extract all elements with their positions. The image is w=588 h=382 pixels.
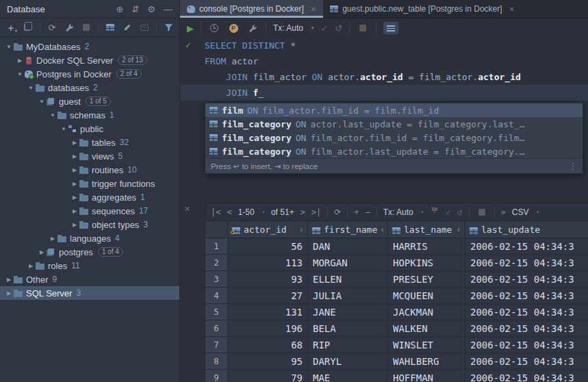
row-number[interactable]: 7 <box>205 337 228 353</box>
expanded-arrow-icon[interactable]: ▼ <box>48 112 57 118</box>
tree-item-views[interactable]: ▶views5 <box>0 149 179 163</box>
expanded-arrow-icon[interactable]: ▼ <box>59 126 68 132</box>
cell[interactable]: WINSLET <box>388 337 465 353</box>
cell[interactable]: 2006-02-15 04:34:3 <box>465 238 588 254</box>
corner-cell[interactable] <box>205 221 228 238</box>
stop-icon[interactable] <box>476 206 488 218</box>
cell[interactable]: MAE <box>308 370 388 382</box>
cell[interactable]: RIP <box>308 337 388 353</box>
row-number[interactable]: 3 <box>205 271 228 287</box>
cell[interactable]: HOFFMAN <box>388 370 465 382</box>
edit-icon[interactable] <box>122 21 133 34</box>
cell[interactable]: 95 <box>228 353 308 369</box>
tree-item-languages[interactable]: ▶languages4 <box>0 231 179 245</box>
collapsed-arrow-icon[interactable]: ▶ <box>70 153 79 160</box>
gear-icon[interactable]: ⚙ <box>147 4 155 14</box>
collapsed-arrow-icon[interactable]: ▶ <box>70 208 79 214</box>
add-data-source-icon[interactable]: + <box>5 21 16 34</box>
cell[interactable]: 27 <box>228 288 308 303</box>
tree-item-tables[interactable]: ▶tables32 <box>0 136 179 149</box>
expanded-arrow-icon[interactable]: ▼ <box>26 85 36 91</box>
more-toolbar-icon[interactable]: » <box>501 207 506 217</box>
tree-item-aggregates[interactable]: ▶aggregates1 <box>0 190 179 204</box>
row-number[interactable]: 9 <box>205 370 228 382</box>
submit-db-icon[interactable]: DB^ <box>430 207 439 217</box>
cell[interactable]: 2006-02-15 04:34:3 <box>465 337 588 353</box>
next-page-icon[interactable]: > <box>301 207 305 217</box>
tab-new-table[interactable]: guest.public.new_table [Postgres in Dock… <box>323 0 522 18</box>
collapsed-arrow-icon[interactable]: ▶ <box>15 58 25 64</box>
row-number[interactable]: 8 <box>205 353 228 369</box>
cell[interactable]: JACKMAN <box>388 304 465 320</box>
rollback-icon[interactable]: ↺ <box>457 207 463 217</box>
reload-page-icon[interactable]: ⟳ <box>334 207 341 217</box>
run-icon[interactable]: ▶ <box>187 23 194 34</box>
close-results-icon[interactable]: ✕ <box>184 205 190 214</box>
tx-mode-select[interactable]: Tx: Auto <box>383 207 413 217</box>
column-header-last_name[interactable]: last_name↕ <box>388 221 465 238</box>
completion-item[interactable]: filmONfilm_actor.film_id = film.film_id <box>205 103 583 117</box>
close-icon[interactable]: ✕ <box>311 5 316 13</box>
cell[interactable]: 2006-02-15 04:34:3 <box>465 304 588 320</box>
cell[interactable]: JULIA <box>308 288 388 303</box>
expanded-arrow-icon[interactable]: ▼ <box>15 71 25 77</box>
console-icon[interactable] <box>139 21 150 34</box>
collapsed-arrow-icon[interactable]: ▶ <box>37 249 47 255</box>
collapsed-arrow-icon[interactable]: ▶ <box>26 263 36 269</box>
tree-item-other[interactable]: ▶Other9 <box>0 272 179 286</box>
cell[interactable]: 79 <box>228 370 308 382</box>
cell[interactable]: 2006-02-15 04:34:3 <box>465 370 588 382</box>
tree-item-postgres[interactable]: ▶postgres1 of 4 <box>0 245 179 259</box>
cell[interactable]: BELA <box>308 320 388 336</box>
session-icon[interactable]: P <box>227 22 240 34</box>
tree-item-databases[interactable]: ▼databases2 <box>0 81 179 94</box>
cell[interactable]: 2006-02-15 04:34:3 <box>465 255 588 270</box>
code-line[interactable]: JOIN film_actor ON actor.actor_id = film… <box>180 69 588 85</box>
chevron-down-icon[interactable]: ▾ <box>536 209 539 215</box>
code-line[interactable]: SELECT DISTINCT * <box>180 38 588 53</box>
tree-item-roles[interactable]: ▶roles11 <box>0 259 179 272</box>
tree-item-trigger-functions[interactable]: ▶trigger functions <box>0 177 179 190</box>
code-line[interactable]: FROM actor <box>180 53 588 69</box>
cell[interactable]: 56 <box>228 238 308 254</box>
cell[interactable]: 68 <box>228 337 308 353</box>
cell[interactable]: HARRIS <box>388 238 465 254</box>
locate-icon[interactable]: ⊕ <box>116 4 124 14</box>
collapsed-arrow-icon[interactable]: ▶ <box>4 290 14 296</box>
cell[interactable]: HOPKINS <box>388 255 465 270</box>
completion-item[interactable]: film_categoryONactor.last_update = film_… <box>205 117 583 131</box>
last-page-icon[interactable]: >| <box>311 207 321 217</box>
hide-panel-icon[interactable]: — <box>164 4 172 14</box>
cell[interactable]: MCQUEEN <box>388 288 465 303</box>
expanded-arrow-icon[interactable]: ▼ <box>37 99 47 105</box>
tree-item-mydatabases[interactable]: ▼MyDatabases2 <box>0 40 179 53</box>
cell[interactable]: 2006-02-15 04:34:3 <box>465 353 588 369</box>
chevron-down-icon[interactable]: ▾ <box>311 25 314 31</box>
cell[interactable]: ELLEN <box>308 271 388 287</box>
cell[interactable]: 131 <box>228 304 308 320</box>
row-number[interactable]: 2 <box>205 255 228 270</box>
tx-mode-select[interactable]: Tx: Auto <box>273 23 303 33</box>
tree-item-routines[interactable]: ▶routines10 <box>0 163 179 177</box>
tree-item-sequences[interactable]: ▶sequences17 <box>0 204 179 218</box>
tree-item-object-types[interactable]: ▶object types3 <box>0 218 179 231</box>
tree-item-guest[interactable]: ▼guest1 of 5 <box>0 94 179 108</box>
page-range-select[interactable]: 1-50 <box>238 207 255 217</box>
cell[interactable]: PRESLEY <box>388 271 465 287</box>
history-icon[interactable] <box>208 22 220 34</box>
column-header-last_update[interactable]: last_update <box>465 221 588 238</box>
close-icon[interactable]: ✕ <box>509 5 515 13</box>
collapsed-arrow-icon[interactable]: ▶ <box>70 140 79 146</box>
duplicate-icon[interactable] <box>23 21 34 34</box>
add-row-icon[interactable]: + <box>354 207 359 217</box>
table-view-icon[interactable] <box>105 21 116 34</box>
cell[interactable]: 196 <box>228 320 308 336</box>
refresh-icon[interactable]: ⟳ <box>47 21 57 34</box>
tree-item-public[interactable]: ▼public <box>0 122 179 136</box>
code-line[interactable]: JOIN f_ <box>180 85 588 101</box>
tab-console[interactable]: console [Postgres in Docker] ✕ <box>180 0 323 18</box>
tree-item-postgres-in-docker[interactable]: ▼Postgres in Docker2 of 4 <box>0 67 179 81</box>
first-page-icon[interactable]: |< <box>211 207 220 217</box>
cell[interactable]: WAHLBERG <box>388 353 465 369</box>
collapsed-arrow-icon[interactable]: ▶ <box>70 194 79 201</box>
